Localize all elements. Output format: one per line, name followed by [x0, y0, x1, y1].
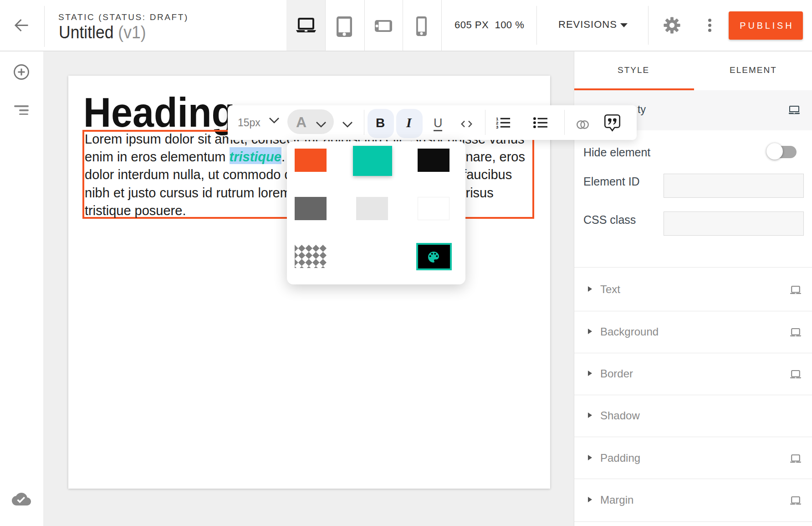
svg-text:3: 3 [496, 124, 498, 129]
